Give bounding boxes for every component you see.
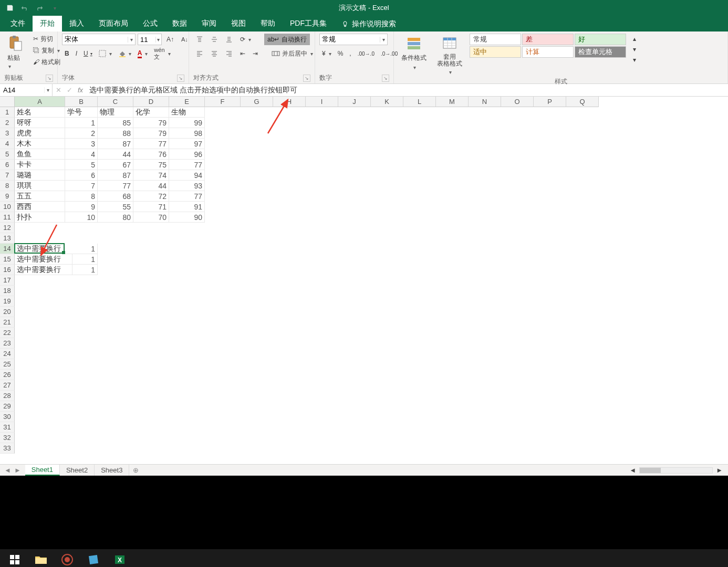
cell[interactable]: 79 <box>133 128 169 139</box>
row-header[interactable]: 12 <box>0 223 15 233</box>
cell[interactable]: 选中需要换行 <box>15 244 65 254</box>
font-dialog-launcher[interactable]: ↘ <box>177 75 184 82</box>
sheet-nav-prev[interactable]: ◄ <box>4 466 11 474</box>
tab-layout[interactable]: 页面布局 <box>91 16 136 32</box>
start-button[interactable] <box>5 552 24 567</box>
cell[interactable]: 55 <box>98 202 133 212</box>
column-header[interactable]: F <box>205 97 241 107</box>
tab-file[interactable]: 文件 <box>3 16 33 32</box>
style-cell-item[interactable]: 常规 <box>470 34 521 45</box>
record-button[interactable] <box>58 552 77 567</box>
cell[interactable]: 75 <box>133 160 169 170</box>
cell[interactable]: 76 <box>133 149 169 160</box>
cell[interactable]: 9 <box>65 202 98 212</box>
increase-indent-button[interactable]: ⇥ <box>250 48 261 59</box>
wrap-text-button[interactable]: ab↵自动换行 <box>264 34 310 45</box>
tab-view[interactable]: 视图 <box>224 16 253 32</box>
cell[interactable]: 7 <box>65 181 98 191</box>
cell[interactable]: 五五 <box>15 191 65 202</box>
hscroll-right[interactable]: ► <box>716 466 723 474</box>
align-bottom-button[interactable] <box>223 34 235 45</box>
column-header[interactable]: M <box>436 97 469 107</box>
cell[interactable]: 90 <box>169 212 205 223</box>
cancel-formula-button[interactable]: ✕ <box>56 86 61 94</box>
name-box-input[interactable] <box>0 86 44 94</box>
cell[interactable]: 物理 <box>98 107 133 118</box>
cell[interactable]: 93 <box>169 181 205 191</box>
cell[interactable]: 选中需要换行 <box>15 265 72 275</box>
paste-button[interactable]: 粘贴 <box>4 34 26 71</box>
file-explorer-button[interactable] <box>32 552 50 567</box>
row-header[interactable]: 25 <box>0 359 15 370</box>
row-header[interactable]: 9 <box>0 191 15 202</box>
cell[interactable]: 卡卡 <box>15 160 65 170</box>
cell[interactable]: 71 <box>133 202 169 212</box>
column-header[interactable]: G <box>241 97 273 107</box>
row-header[interactable]: 23 <box>0 338 15 349</box>
undo-icon[interactable] <box>20 3 29 13</box>
row-header[interactable]: 5 <box>0 149 15 160</box>
cell[interactable]: 学号 <box>65 107 98 118</box>
cell[interactable]: 94 <box>169 170 205 181</box>
fill-color-button[interactable] <box>116 48 134 59</box>
cell[interactable]: 呀呀 <box>15 118 65 128</box>
column-header[interactable]: A <box>15 97 65 107</box>
cell[interactable]: 虎虎 <box>15 128 65 139</box>
cell[interactable]: 80 <box>98 212 133 223</box>
column-header[interactable]: J <box>338 97 371 107</box>
cell[interactable]: 5 <box>65 160 98 170</box>
align-top-button[interactable] <box>193 34 206 45</box>
decrease-indent-button[interactable]: ⇤ <box>237 48 248 59</box>
cell[interactable]: 化学 <box>133 107 169 118</box>
row-header[interactable]: 17 <box>0 275 15 286</box>
row-header[interactable]: 26 <box>0 370 15 380</box>
cell[interactable]: 1 <box>65 254 98 265</box>
hscroll-thumb[interactable] <box>640 468 661 473</box>
hscroll-left[interactable]: ◄ <box>629 466 636 474</box>
style-cell-item[interactable]: 差 <box>522 34 574 45</box>
qat-more-icon[interactable] <box>49 3 59 13</box>
style-cell-item[interactable]: 检查单元格 <box>575 46 626 58</box>
align-left-button[interactable] <box>193 48 206 59</box>
tab-help[interactable]: 帮助 <box>253 16 283 32</box>
row-header[interactable]: 24 <box>0 349 15 359</box>
cell[interactable]: 2 <box>65 128 98 139</box>
column-header[interactable]: K <box>371 97 403 107</box>
cell[interactable]: 木木 <box>15 139 65 149</box>
cell-styles-gallery[interactable]: 常规差好适中计算检查单元格 <box>470 34 626 58</box>
number-format-combo[interactable]: ▾ <box>319 34 388 45</box>
row-header[interactable]: 21 <box>0 317 15 328</box>
font-size-combo[interactable]: ▾ <box>138 34 162 45</box>
name-box[interactable]: ▾ <box>0 84 53 96</box>
cell[interactable]: 96 <box>169 149 205 160</box>
accept-formula-button[interactable]: ✓ <box>67 86 72 94</box>
row-header[interactable]: 15 <box>0 254 15 265</box>
cell[interactable]: 87 <box>98 139 133 149</box>
row-header[interactable]: 2 <box>0 118 15 128</box>
redo-icon[interactable] <box>35 3 44 13</box>
cell[interactable]: 85 <box>98 118 133 128</box>
cell[interactable]: 生物 <box>169 107 205 118</box>
tab-data[interactable]: 数据 <box>165 16 194 32</box>
align-center-button[interactable] <box>208 48 221 59</box>
sheet-tab[interactable]: Sheet3 <box>95 465 129 476</box>
spreadsheet-grid[interactable]: ABCDEFGHIJKLMNOPQ 1234567891011121314151… <box>0 97 728 464</box>
fx-icon[interactable]: fx <box>78 86 83 94</box>
style-cell-item[interactable]: 适中 <box>470 46 521 58</box>
cell[interactable]: 选中需要换行 <box>15 254 72 265</box>
styles-more-button[interactable]: ▾ <box>630 55 639 65</box>
cell[interactable]: 67 <box>98 160 133 170</box>
tab-formula[interactable]: 公式 <box>136 16 165 32</box>
comma-button[interactable]: , <box>347 48 353 59</box>
column-header[interactable]: C <box>98 97 133 107</box>
align-right-button[interactable] <box>223 48 235 59</box>
column-header[interactable]: H <box>273 97 306 107</box>
orientation-button[interactable]: ⟳ <box>237 34 254 45</box>
styles-scroll-up[interactable]: ▴ <box>630 34 639 44</box>
column-header[interactable]: B <box>65 97 98 107</box>
cell[interactable]: 鱼鱼 <box>15 149 65 160</box>
save-icon[interactable] <box>5 3 15 13</box>
row-header[interactable]: 13 <box>0 233 15 244</box>
style-cell-item[interactable]: 好 <box>575 34 626 45</box>
border-button[interactable] <box>96 48 115 59</box>
